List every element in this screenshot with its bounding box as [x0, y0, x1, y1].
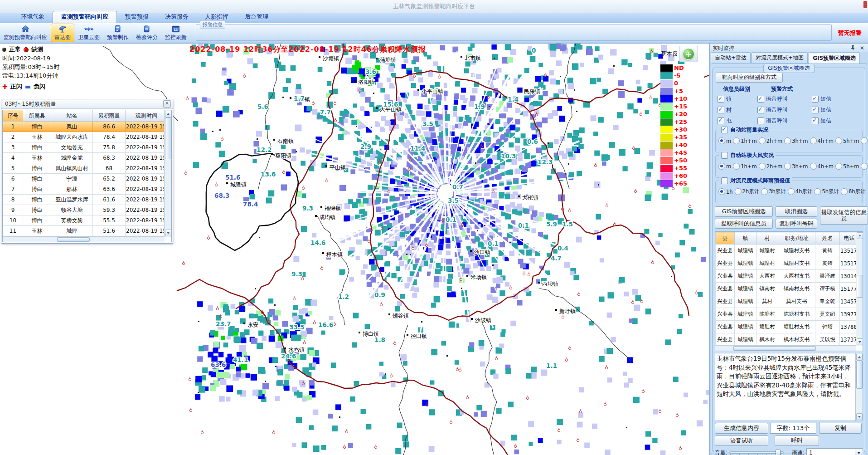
rain-table-row[interactable]: 5博白凤山镇凤山村682022-08-19 15:00: [3, 163, 168, 174]
extract-sms-informers-button[interactable]: 提取发短信的信息员: [820, 206, 868, 225]
contact-row[interactable]: 兴业县城隍镇莫村莫村支书覃金乾134575405: [716, 295, 857, 308]
toolbar-button-score[interactable]: 检验评分: [132, 24, 161, 42]
contact-row[interactable]: 兴业县城隍镇城隍村城隍村支书黄铸135176975: [716, 245, 857, 257]
rain-table-row[interactable]: 8博白亚山温罗水库61.62022-08-19 15:00: [3, 195, 168, 205]
toolbar-button-home[interactable]: 监测预警靶向叫应: [0, 24, 51, 42]
scroll-down-icon[interactable]: [857, 338, 863, 345]
toolbar-button-refresh[interactable]: 监控刷新: [161, 24, 190, 42]
contact-row[interactable]: 兴业县城隍镇塘肚村塘肚村支书钟塔137885534: [716, 321, 857, 333]
call-level-mode-button[interactable]: 靶向叫应的级别和方式: [716, 73, 783, 83]
scroll-down-icon[interactable]: [856, 413, 863, 420]
sms-checkbox[interactable]: [812, 107, 819, 113]
radio-option[interactable]: 4h累计: [788, 188, 813, 195]
voice-call-checkbox[interactable]: [757, 96, 764, 103]
chevron-down-icon[interactable]: [855, 449, 862, 455]
scroll-down-icon[interactable]: [165, 230, 171, 236]
radio-option[interactable]: 4h+m: [810, 137, 834, 144]
rain-table-row[interactable]: 9博白顿谷大塘59.32022-08-19 15:00: [3, 205, 168, 215]
rain-col-header[interactable]: 站名: [51, 110, 93, 122]
rain-table-row[interactable]: 3博白文地姜充75.82022-08-19 15:00: [3, 142, 168, 153]
copy-call-numbers-button[interactable]: 复制呼叫号码: [776, 219, 817, 229]
contacts-hscrollbar[interactable]: [715, 345, 856, 351]
contact-col-header[interactable]: 职务/地址: [778, 232, 815, 245]
voice-preview-button[interactable]: 语音试听: [715, 435, 768, 446]
level-checkbox[interactable]: [718, 96, 724, 103]
radio-option[interactable]: 3h+m: [784, 137, 808, 144]
rain-table-row[interactable]: 7博白那林63.62022-08-19 15:00: [3, 184, 168, 195]
radio-option[interactable]: m: [718, 163, 731, 170]
voice-call-checkbox[interactable]: [757, 117, 764, 124]
rain-table-hscrollbar[interactable]: [3, 236, 165, 242]
voice-call-checkbox[interactable]: [757, 107, 764, 113]
call-button[interactable]: 呼叫: [775, 435, 819, 446]
panel-tab[interactable]: 自动站+雷达: [711, 52, 751, 63]
rain-col-header[interactable]: 所属县: [23, 110, 51, 122]
contacts-table[interactable]: 县镇村职务/地址姓名电话号码 兴业县城隍镇城隍村城隍村支书黄铸135176975…: [715, 232, 856, 346]
message-editor[interactable]: 玉林市气象台19日5时15分发布暴雨橙色预警信号：4时以来兴业县城隍大西水库已出…: [715, 353, 863, 421]
close-icon[interactable]: ×: [163, 100, 171, 108]
radio-option[interactable]: 5h+m: [835, 137, 859, 144]
extract-call-informers-button[interactable]: 提取呼叫的信息员: [715, 219, 773, 229]
menu-tab[interactable]: 环境气象: [13, 11, 53, 23]
radio-option[interactable]: 12h+m: [861, 137, 868, 144]
rain-table[interactable]: 序号所属县站名累积雨量观测时间 1博白凤山86.62022-08-19 15:0…: [3, 110, 168, 236]
toolbar-button-radar[interactable]: 雷达图: [51, 24, 74, 42]
contact-row[interactable]: 兴业县城隍镇陈塘村陈塘村支书莫文绍139775796: [716, 308, 857, 321]
speed-dropdown[interactable]: 1: [806, 448, 863, 455]
radio-option[interactable]: 1h: [718, 188, 733, 195]
radio-option[interactable]: m: [718, 137, 731, 144]
menu-tab[interactable]: 后台管理: [237, 11, 276, 23]
volume-slider[interactable]: [729, 450, 784, 455]
sms-checkbox[interactable]: [812, 117, 819, 124]
scroll-up-icon[interactable]: [165, 111, 171, 117]
radio-option[interactable]: 1h+m: [733, 163, 756, 170]
panel-tab[interactable]: 对流尺度模式+地图: [752, 52, 808, 63]
copy-message-button[interactable]: 复制: [819, 423, 862, 434]
generate-message-button[interactable]: 生成信息内容: [715, 423, 768, 434]
contact-row[interactable]: 兴业县城隍镇镇南村镇南村支书谭于模151775946: [716, 283, 857, 295]
scroll-up-icon[interactable]: [856, 354, 863, 361]
rain-table-vscrollbar[interactable]: [164, 110, 171, 237]
radio-option[interactable]: 2h+m: [759, 163, 782, 170]
rain-table-row[interactable]: 4玉林城隍金党68.32022-08-19 15:00: [3, 153, 168, 163]
radio-option[interactable]: 12h+m: [861, 163, 868, 170]
model-group-checkbox[interactable]: [721, 177, 728, 184]
rain-table-row[interactable]: 10博白英桥文黎55.52022-08-19 15:00: [3, 215, 168, 226]
slider-thumb[interactable]: [776, 450, 781, 455]
toolbar-button-satellite[interactable]: 卫星云图: [74, 24, 103, 42]
rain-table-row[interactable]: 11玉林城隍51.62022-08-19 15:00: [3, 226, 168, 236]
scroll-up-icon[interactable]: [857, 232, 863, 239]
rain-col-header[interactable]: 累积雨量: [93, 110, 126, 122]
radar-map[interactable]: 沙塘镇蒲塘镇北市镇洛阳镇山心镇小平山镇民乐镇大平山镇石南镇葵阳镇平山镇城隍镇福绵…: [0, 44, 709, 455]
menu-tab[interactable]: 监测预警靶向叫应: [53, 11, 117, 23]
radio-option[interactable]: 5h+m: [835, 163, 859, 170]
contact-col-header[interactable]: 电话号码: [840, 232, 857, 245]
rain-table-row[interactable]: 1博白凤山86.62022-08-19 15:00: [3, 122, 168, 132]
panel-tab[interactable]: GIS预警区域圈选: [809, 52, 860, 64]
radio-option[interactable]: 1h+m: [733, 137, 756, 144]
menu-tab[interactable]: 决策服务: [157, 11, 197, 23]
message-vscrollbar[interactable]: [855, 353, 863, 421]
contact-col-header[interactable]: 姓名: [815, 232, 840, 245]
contact-col-header[interactable]: 县: [716, 232, 735, 245]
pin-icon[interactable]: [850, 45, 856, 51]
rain-table-row[interactable]: 6博白宁潭65.22022-08-19 15:00: [3, 174, 168, 184]
rain-window-titlebar[interactable]: 03时~15时累积雨量 ×: [1, 99, 173, 109]
level-checkbox[interactable]: [718, 117, 724, 124]
radio-option[interactable]: 3h+m: [784, 163, 808, 170]
toolbar-button-warning-doc[interactable]: 预警制作: [103, 24, 132, 42]
contact-row[interactable]: 兴业县城隍镇大西村大西村支书梁泽建130149571: [716, 270, 857, 283]
wind-group-checkbox[interactable]: [721, 152, 728, 159]
contact-row[interactable]: 兴业县城隍镇城隍村城隍村支书黄铸135176975: [716, 257, 857, 270]
radio-option[interactable]: 4h+m: [810, 163, 834, 170]
radio-option[interactable]: 3h累计: [761, 188, 786, 195]
menu-tab[interactable]: 预警预报: [117, 11, 157, 23]
rain-col-header[interactable]: 观测时间: [126, 110, 168, 122]
contact-col-header[interactable]: 村: [756, 232, 778, 245]
close-window-icon[interactable]: [863, 1, 867, 8]
close-panel-icon[interactable]: ✕: [859, 45, 865, 51]
radio-option[interactable]: 6h累计: [841, 188, 866, 195]
level-checkbox[interactable]: [718, 107, 724, 113]
cancel-circle-button[interactable]: 取消圈选: [776, 206, 817, 217]
contact-row[interactable]: 兴业县城隍镇枫木村枫木村支书吴以悦137375511: [716, 333, 857, 346]
